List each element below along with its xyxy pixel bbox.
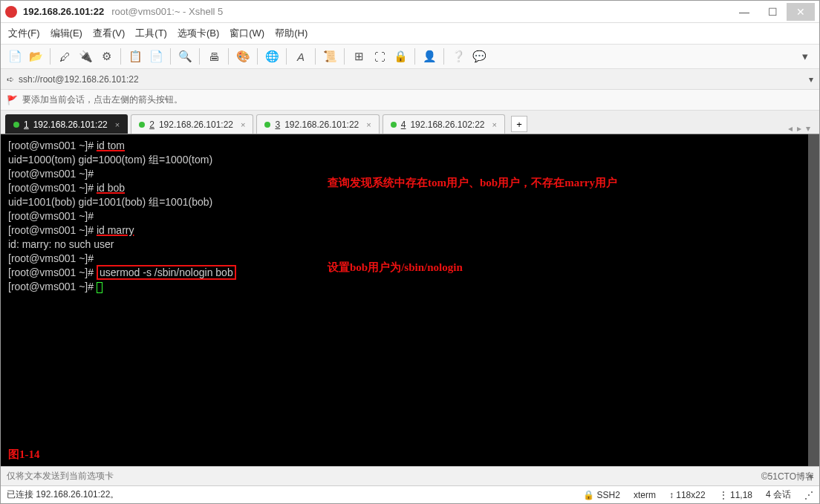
new-session-icon[interactable]: 📄 xyxy=(5,47,25,66)
tab-close-icon[interactable]: × xyxy=(115,120,120,129)
terminal-line: uid=1000(tom) gid=1000(tom) 组=1000(tom) xyxy=(8,153,812,167)
hint-bar: 🚩 要添加当前会话，点击左侧的箭头按钮。 xyxy=(1,90,819,111)
font-icon[interactable]: A xyxy=(291,47,310,66)
toolbar-overflow-icon[interactable]: ▾ xyxy=(795,47,815,66)
send-bar[interactable]: 仅将文本发送到当前选项卡 ▾ xyxy=(1,466,819,485)
toolbar: 📄 📂 🖊 🔌 ⚙ 📋 📄 🔍 🖶 🎨 🌐 A 📜 ⊞ ⛶ 🔒 👤 ❔ 💬 ▾ xyxy=(1,44,819,69)
menu-help[interactable]: 帮助(H) xyxy=(275,27,308,40)
annotation-2: 设置bob用户为/sbin/nologin xyxy=(328,261,463,275)
tab-prev-icon[interactable]: ◂ xyxy=(788,123,793,134)
open-icon[interactable]: 📂 xyxy=(26,47,45,66)
tab-close-icon[interactable]: × xyxy=(366,120,371,129)
figure-label: 图1-14 xyxy=(8,448,40,462)
tab-nav: ◂ ▸ ▾ xyxy=(788,123,815,134)
print-icon[interactable]: 🖶 xyxy=(204,47,224,66)
connect-icon[interactable]: 🖊 xyxy=(55,47,74,66)
tab-list-icon[interactable]: ▾ xyxy=(806,123,810,134)
terminal-line: [root@vms001 ~]# xyxy=(8,280,812,294)
tab-status-icon xyxy=(264,122,270,128)
terminal-line: [root@vms001 ~]# xyxy=(8,209,812,223)
chat-icon[interactable]: 💬 xyxy=(469,47,489,66)
menu-tools[interactable]: 工具(T) xyxy=(135,27,167,40)
terminal-line: uid=1001(bob) gid=1001(bob) 组=1001(bob) xyxy=(8,195,812,209)
lock-icon[interactable]: 🔒 xyxy=(391,47,410,66)
address-arrow-icon[interactable]: ➪ xyxy=(7,74,14,85)
terminal-line: [root@vms001 ~]# id tom xyxy=(8,139,812,153)
help-icon[interactable]: ❔ xyxy=(449,47,468,66)
menu-tabs[interactable]: 选项卡(B) xyxy=(178,27,219,40)
hint-flag-icon: 🚩 xyxy=(7,95,18,105)
session-tab[interactable]: 3 192.168.26.101:22× xyxy=(256,114,379,134)
title-bar: 192.168.26.101:22 root@vms001:~ - Xshell… xyxy=(1,1,819,23)
search-icon[interactable]: 🔍 xyxy=(175,47,195,66)
tab-close-icon[interactable]: × xyxy=(492,120,497,129)
address-bar: ➪ ssh://root@192.168.26.101:22 ▾ xyxy=(1,69,819,90)
tab-bar: 1 192.168.26.101:22×2 192.168.26.101:22×… xyxy=(1,111,819,134)
address-overflow-icon[interactable]: ▾ xyxy=(809,74,813,85)
cursor-icon xyxy=(97,282,102,293)
properties-icon[interactable]: ⚙ xyxy=(97,47,116,66)
tab-status-icon xyxy=(391,122,397,128)
status-proto: 🔒 SSH2 xyxy=(583,490,620,500)
status-pos: ⋮ 11,18 xyxy=(719,490,752,500)
script-icon[interactable]: 📜 xyxy=(320,47,339,66)
close-button[interactable]: ✕ xyxy=(787,3,815,21)
disconnect-icon[interactable]: 🔌 xyxy=(76,47,95,66)
tab-close-icon[interactable]: × xyxy=(241,120,245,129)
tab-status-icon xyxy=(13,122,19,128)
maximize-button[interactable]: ☐ xyxy=(758,3,787,21)
minimize-button[interactable]: — xyxy=(730,3,758,21)
terminal-scrollbar[interactable] xyxy=(808,134,819,466)
title-text: root@vms001:~ - Xshell 5 xyxy=(111,6,223,17)
paste-icon[interactable]: 📄 xyxy=(146,47,166,66)
user-icon[interactable]: 👤 xyxy=(420,47,439,66)
color-icon[interactable]: 🎨 xyxy=(233,47,253,66)
menu-bar: 文件(F) 编辑(E) 查看(V) 工具(T) 选项卡(B) 窗口(W) 帮助(… xyxy=(1,23,819,44)
fullscreen-icon[interactable]: ⛶ xyxy=(370,47,389,66)
session-tab[interactable]: 1 192.168.26.101:22× xyxy=(5,114,128,134)
menu-view[interactable]: 查看(V) xyxy=(93,27,125,40)
tab-next-icon[interactable]: ▸ xyxy=(797,123,801,134)
annotation-1: 查询发现系统中存在tom用户、bob用户，不存在marry用户 xyxy=(328,176,617,190)
menu-edit[interactable]: 编辑(E) xyxy=(51,27,82,40)
address-text[interactable]: ssh://root@192.168.26.101:22 xyxy=(19,74,139,85)
hint-text: 要添加当前会话，点击左侧的箭头按钮。 xyxy=(22,94,183,106)
status-bar: 已连接 192.168.26.101:22。 🔒 SSH2 xterm ↕ 11… xyxy=(1,485,819,503)
session-tab[interactable]: 4 192.168.26.102:22× xyxy=(383,114,505,134)
send-bar-text: 仅将文本发送到当前选项卡 xyxy=(7,470,114,482)
add-tab-button[interactable]: + xyxy=(511,116,527,132)
status-connection: 已连接 192.168.26.101:22。 xyxy=(7,488,119,501)
status-sessions: 4 会话 xyxy=(766,488,791,501)
tab-status-icon xyxy=(139,122,145,128)
copy-icon[interactable]: 📋 xyxy=(126,47,145,66)
app-logo-icon xyxy=(5,6,17,18)
status-term: xterm xyxy=(634,490,656,500)
terminal-line: [root@vms001 ~]# id marry xyxy=(8,223,812,238)
menu-file[interactable]: 文件(F) xyxy=(8,27,40,40)
status-size: ↕ 118x22 xyxy=(669,490,706,500)
status-grip-icon: ⋰ xyxy=(804,490,813,500)
layout-icon[interactable]: ⊞ xyxy=(349,47,368,66)
title-ip: 192.168.26.101:22 xyxy=(23,6,104,17)
terminal[interactable]: [root@vms001 ~]# id tomuid=1000(tom) gid… xyxy=(1,134,819,466)
session-tab[interactable]: 2 192.168.26.101:22× xyxy=(131,114,253,134)
terminal-line: id: marry: no such user xyxy=(8,238,812,252)
globe-icon[interactable]: 🌐 xyxy=(262,47,282,66)
watermark: ©51CTO博客 xyxy=(761,471,814,483)
menu-window[interactable]: 窗口(W) xyxy=(230,27,264,40)
